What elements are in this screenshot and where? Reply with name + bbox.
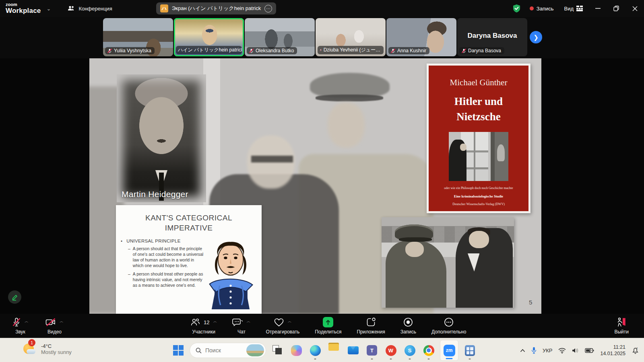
chrome-button[interactable] (421, 340, 436, 361)
share-screen-button[interactable]: Поделиться (315, 317, 341, 335)
bg-shape (399, 237, 432, 242)
close-button[interactable] (625, 0, 644, 17)
task-view-icon (275, 348, 282, 354)
leave-button[interactable]: Выйти (614, 317, 629, 335)
chevron-up-icon[interactable]: ︿ (213, 319, 217, 324)
more-button[interactable]: Дополнительно (431, 317, 466, 335)
logo-workplace-text: Workplace (6, 7, 41, 14)
record-icon (403, 317, 413, 327)
recording-indicator: Запись (530, 6, 554, 12)
security-shield-icon[interactable] (512, 4, 521, 13)
start-button[interactable] (171, 340, 186, 361)
file-explorer-button[interactable] (326, 340, 342, 361)
mic-muted-icon (320, 47, 322, 53)
shared-presentation-slide: Martin Heidegger Michael Günther Hitler … (89, 58, 541, 314)
mic-muted-icon (461, 48, 466, 53)
record-button[interactable]: Запись (400, 317, 416, 335)
heart-icon (274, 318, 284, 327)
annotate-button[interactable] (8, 290, 21, 304)
shared-screen-stage: Martin Heidegger Michael Günther Hitler … (0, 58, 644, 314)
wps-office-button[interactable]: W (383, 340, 398, 361)
mic-in-use-icon[interactable] (531, 347, 537, 354)
kant-bullet: • UNIVERSAL PRINCIPLE (121, 239, 204, 243)
chevron-up-icon[interactable]: ︿ (246, 319, 250, 324)
book-author: Michael Günther (429, 66, 528, 88)
participant-name: Daryna Basova (468, 48, 501, 53)
kant-title: KANT'S CATEGORICAL IMPERATIVE (118, 213, 259, 233)
video-tile-active-speaker[interactable]: ハイン パトリックhein patrick (174, 18, 244, 56)
tray-date: 14.01.2025 (600, 350, 625, 357)
skype-button[interactable]: S (402, 340, 417, 361)
participants-button[interactable]: 12 ︿ Участники (190, 317, 217, 335)
apps-button[interactable]: Приложения (357, 317, 385, 335)
copilot-icon (291, 345, 302, 356)
book-cover: Michael Günther Hitler und Nietzsche ode… (427, 64, 530, 213)
more-label: Дополнительно (431, 329, 466, 335)
edge-button[interactable] (308, 340, 323, 361)
record-label: Запись (400, 329, 416, 335)
mail-button[interactable] (345, 340, 361, 361)
chat-button[interactable]: ︿ Чат (232, 317, 250, 335)
next-participants-page-button[interactable]: ❯ (530, 31, 542, 43)
tab-screen-share[interactable]: ハ Экран (ハイン パトリックhein patrick ⋯ (156, 2, 276, 14)
share-tab-more-icon[interactable]: ⋯ (264, 5, 272, 12)
video-tile[interactable]: Yuliia Vyshnytska (103, 18, 173, 56)
bg-shape (316, 95, 383, 101)
bg-shape (251, 156, 293, 162)
system-tray: УКР 11:21 14.01.2025 z (520, 338, 639, 362)
wifi-icon[interactable] (558, 348, 566, 354)
kant-subbullet-text: A person should treat other people as ha… (133, 272, 204, 288)
bg-officer-cap (310, 73, 390, 98)
language-indicator[interactable]: УКР (543, 348, 553, 354)
teams-icon: T (367, 345, 377, 356)
apps-icon (366, 317, 376, 327)
calculator-icon (465, 345, 475, 356)
book-cover-inner: Michael Günther Hitler und Nietzsche ode… (429, 66, 528, 211)
participant-name-pill: Anna Kushnir (388, 47, 429, 54)
kant-bullet-text: UNIVERSAL PRINCIPLE (126, 239, 180, 243)
video-tile-no-video[interactable]: Daryna Basova Daryna Basova (457, 18, 527, 56)
minimize-button[interactable] (588, 0, 607, 17)
participant-display-name: Daryna Basova (457, 32, 527, 40)
view-label: Вид (564, 6, 574, 12)
taskbar-search-box[interactable]: Поиск (190, 343, 266, 358)
video-tile[interactable]: Oleksandra Butko (245, 18, 315, 56)
mic-muted-icon (107, 48, 112, 53)
hidden-icons-chevron[interactable] (520, 349, 525, 352)
zoom-app-button-active[interactable]: zm (440, 340, 458, 361)
participant-name: Oleksandra Butko (256, 48, 294, 53)
audio-button[interactable]: ︿ Звук (12, 317, 29, 335)
restore-button[interactable] (607, 0, 625, 17)
view-button[interactable]: Вид (564, 6, 583, 12)
task-view-button[interactable] (270, 340, 285, 361)
notification-badge: 1 (28, 339, 35, 346)
react-button[interactable]: ︿ Отреагировать (266, 317, 299, 335)
tab-conference[interactable]: Конференция (68, 5, 112, 12)
copilot-button[interactable] (289, 340, 304, 361)
calculator-button[interactable] (462, 340, 477, 361)
video-button[interactable]: ︿ Видео (45, 317, 64, 335)
zoom-workplace-logo: zoom Workplace (6, 2, 41, 14)
search-daily-image[interactable] (246, 344, 264, 356)
chevron-up-icon[interactable]: ︿ (60, 319, 64, 324)
windows-taskbar: 1 -4°C Mostly sunny Поиск T W S zm (0, 338, 644, 362)
notifications-dnd-bell-icon[interactable]: z (632, 347, 639, 354)
teams-button[interactable]: T (364, 340, 380, 361)
skype-icon: S (405, 345, 415, 356)
video-tile[interactable]: Dziuba Yevhenii (ジュー… (316, 18, 386, 56)
participant-name: ハイン パトリックhein patrick (178, 47, 242, 53)
weather-widget[interactable]: 1 -4°C Mostly sunny (23, 342, 72, 356)
mic-muted-icon (390, 48, 396, 53)
clock[interactable]: 11:21 14.01.2025 (600, 344, 625, 357)
participant-name-pill: Dziuba Yevhenii (ジュー… (318, 46, 384, 54)
slide-page-number: 5 (529, 299, 532, 306)
mic-muted-icon (249, 48, 254, 53)
chevron-down-icon[interactable]: ⌄ (46, 6, 51, 12)
chevron-up-icon[interactable]: ︿ (25, 319, 29, 324)
nietzsche-bust-shape (497, 144, 505, 161)
conference-tab-label: Конференция (78, 6, 112, 12)
speaker-icon[interactable] (572, 348, 579, 354)
battery-charging-icon[interactable] (585, 348, 594, 353)
video-tile[interactable]: Anna Kushnir (386, 18, 456, 56)
chevron-up-icon[interactable]: ︿ (288, 319, 292, 324)
